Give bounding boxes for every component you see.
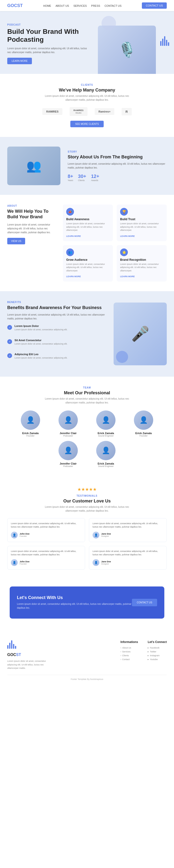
logo-text: GOCST: [7, 3, 23, 8]
help-card-recognition: ⭐ Brand Recognition Lorem ipsum dolor si…: [117, 245, 167, 282]
footer-connect-links: ▸ Facebook ▸ Twitter ▸ Instagram ▸ Youtu…: [148, 647, 167, 660]
testimonial-author-3: 👤 John Doe Founder: [11, 559, 82, 566]
awareness-link[interactable]: LEARN MORE: [66, 235, 81, 237]
trust-desc: Lorem ipsum dolor sit amet, consectetur …: [120, 222, 163, 232]
stat-awards-num: 12+: [91, 174, 99, 179]
testimonials-description: Lorem ipsum dolor sit amet, consectetur …: [41, 505, 133, 513]
footer-link-instagram[interactable]: ▸ Instagram: [148, 654, 167, 657]
testimonial-card-3: Lorem ipsum dolor sit amet, consectetur …: [7, 546, 85, 570]
nav-home[interactable]: HOME: [43, 4, 51, 7]
footer-bottom: Footer Template By bootstrapious: [7, 675, 167, 680]
trust-icon: 🏆: [120, 208, 128, 216]
stat-clients-label: Clients: [78, 179, 86, 182]
footer-link-clients[interactable]: › Clients: [120, 654, 138, 657]
help-left: About We Will Help You To Build Your Bra…: [7, 205, 56, 281]
cta-text: Let's Connect With Us Lorem ipsum dolor …: [17, 595, 132, 610]
benefits-section: Benefits Benefits Brand Awareness For Yo…: [0, 291, 174, 377]
benefit-check-2: ✓: [7, 339, 12, 344]
nav-press[interactable]: PRESS: [91, 4, 100, 7]
team-member-5: 👤 Jennifer Clair Podcaster: [51, 441, 85, 467]
team-name-2: Jennifer Clair: [51, 432, 85, 435]
nav-services[interactable]: SERVICES: [74, 4, 87, 7]
team-tag: Team: [7, 386, 167, 389]
team-name-6: Erick Zamala: [89, 462, 123, 465]
testimonial-card-1: Lorem ipsum dolor sit amet, consectetur …: [7, 518, 85, 542]
benefits-description: Lorem ipsum dolor sit amet, consectetur …: [7, 313, 106, 321]
footer-logo: GOCST: [7, 653, 56, 657]
author-role-4: Designer: [101, 563, 111, 565]
story-text: Story Story About Us From The Beginning …: [68, 150, 167, 182]
author-name-4: Jane Doe: [101, 560, 111, 563]
author-avatar-1: 👤: [11, 532, 18, 538]
recognition-link[interactable]: LEARN MORE: [120, 275, 135, 278]
team-member-3: 👤 Erick Zamala Sound Engineer: [89, 410, 123, 437]
benefit-item-2: ✓ Sit Amet Consectetur Lorem ipsum dolor…: [7, 339, 106, 350]
help-section: About We Will Help You To Build Your Bra…: [0, 195, 174, 291]
benefit-content-1: Lorem Ipsum Dolor Lorem ipsum dolor sit …: [14, 324, 67, 335]
footer-connect-title: Let's Connect: [148, 640, 167, 644]
nav-cta-button[interactable]: CONTACT US: [142, 2, 167, 9]
awareness-desc: Lorem ipsum dolor sit amet, consectetur …: [66, 222, 110, 232]
author-role-3: Founder: [20, 563, 29, 565]
story-image: 👥: [7, 147, 60, 185]
benefits-image: 🎤: [114, 303, 167, 365]
author-info-1: John Doe Founder: [20, 533, 29, 537]
hero-text: Podcast Build Your Brand With Podcasting…: [7, 24, 87, 74]
author-role-2: Designer: [101, 535, 111, 537]
bullet-icon: ›: [120, 647, 121, 649]
team-name-5: Jennifer Clair: [51, 462, 85, 465]
hero-section: Podcast Build Your Brand With Podcasting…: [0, 11, 174, 74]
stat-awards-label: Awards: [91, 179, 99, 182]
benefit-content-2: Sit Amet Consectetur Lorem ipsum dolor s…: [14, 339, 67, 350]
footer-link-youtube[interactable]: ▸ Youtube: [148, 658, 167, 660]
navigation: GOCST HOME ABOUT US SERVICES PRESS CONTA…: [0, 0, 174, 11]
footer-link-twitter[interactable]: ▸ Twitter: [148, 650, 167, 653]
stat-awards: 12+ Awards: [91, 174, 99, 182]
testimonial-text-3: Lorem ipsum dolor sit amet, consectetur …: [11, 550, 82, 557]
nav-about[interactable]: ABOUT US: [56, 4, 69, 7]
audience-title: Grow Audience: [66, 258, 110, 261]
cta-button[interactable]: CONTACT US: [132, 599, 157, 606]
stat-clients: 30+ Clients: [78, 174, 86, 182]
author-avatar-2: 👤: [92, 532, 99, 538]
instagram-icon: ▸: [148, 654, 149, 657]
benefit-desc-3: Lorem ipsum dolor sit amet, consectetur …: [14, 356, 67, 360]
stat-years: 8+ Years: [68, 174, 73, 182]
benefits-blob: [116, 351, 128, 363]
see-more-button[interactable]: SEE MORE CLIENTS: [70, 121, 104, 127]
team-grid: 👤 Erick Zamala Founder 👤 Jennifer Clair …: [7, 410, 167, 467]
benefit-desc-2: Lorem ipsum dolor sit amet, consectetur …: [14, 342, 67, 346]
footer-link-about[interactable]: › About Us: [120, 647, 138, 649]
team-section: Team Meet Our Professional Lorem ipsum d…: [0, 377, 174, 477]
team-member-1: 👤 Erick Zamala Founder: [13, 410, 47, 437]
footer-link-services[interactable]: › Services: [120, 650, 138, 653]
trust-link[interactable]: LEARN MORE: [120, 235, 135, 237]
author-name-2: Jane Doe: [101, 533, 111, 535]
team-avatar-5: 👤: [58, 441, 78, 460]
companies-tag: Clients: [7, 84, 167, 86]
company-logos-container: RAMIRES RAMIRESStudio Ramires+ R: [7, 107, 167, 116]
cta-wrapper: Let's Connect With Us Lorem ipsum dolor …: [0, 579, 174, 633]
awareness-icon: 📣: [66, 208, 74, 216]
hero-button[interactable]: LEARN MORE: [7, 58, 32, 64]
cta-section: Let's Connect With Us Lorem ipsum dolor …: [10, 587, 164, 619]
nav-contact[interactable]: CONTACT US: [105, 4, 121, 7]
help-title: We Will Help You To Build Your Brand: [7, 209, 56, 220]
facebook-icon: ▸: [148, 647, 149, 649]
testimonials-tag: Testimonials: [7, 494, 167, 497]
benefit-item-3: ✓ Adipiscing Elit Leo Lorem ipsum dolor …: [7, 353, 106, 364]
hero-description: Lorem ipsum dolor sit amet, consectetur …: [7, 46, 87, 54]
help-button[interactable]: VIEW US: [7, 238, 25, 244]
audience-link[interactable]: LEARN MORE: [66, 275, 81, 278]
help-card-trust: 🏆 Build Trust Lorem ipsum dolor sit amet…: [117, 205, 167, 241]
youtube-icon: ▸: [148, 658, 149, 660]
hero-tag: Podcast: [7, 24, 87, 26]
cta-description: Lorem ipsum dolor sit amet, consectetur …: [17, 602, 132, 610]
team-name-1: Erick Zamala: [13, 432, 47, 435]
footer-link-facebook[interactable]: ▸ Facebook: [148, 647, 167, 649]
audience-desc: Lorem ipsum dolor sit amet, consectetur …: [66, 263, 110, 273]
story-description: Lorem ipsum dolor sit amet, consectetur …: [68, 162, 167, 170]
stat-clients-num: 30+: [78, 174, 86, 179]
testimonial-text-1: Lorem ipsum dolor sit amet, consectetur …: [11, 522, 82, 529]
footer-link-contact[interactable]: › Contact: [120, 658, 138, 660]
